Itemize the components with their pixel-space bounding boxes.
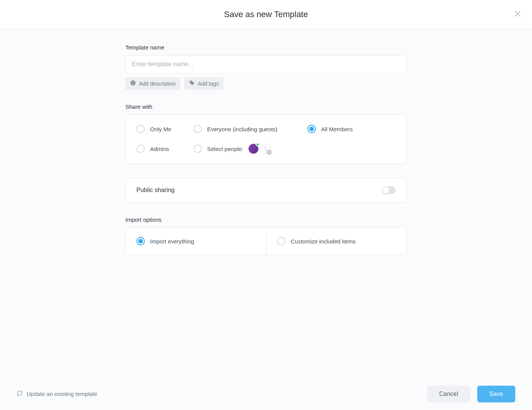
radio-label: Import everything — [150, 238, 194, 245]
close-button[interactable] — [512, 9, 523, 20]
avatar[interactable] — [249, 144, 258, 154]
radio-icon — [277, 237, 285, 245]
radio-icon — [307, 125, 316, 133]
modal-title: Save as new Template — [224, 10, 308, 19]
radio-icon — [136, 237, 145, 245]
cancel-button[interactable]: Cancel — [427, 386, 470, 402]
update-existing-template-link[interactable]: Update an existing template — [17, 390, 97, 397]
modal-body: Template name Add description Add tags S… — [0, 29, 532, 378]
save-button[interactable]: Save — [477, 386, 515, 402]
template-name-input[interactable] — [125, 55, 407, 73]
import-option-everything[interactable]: Import everything — [126, 228, 266, 254]
import-option-customize[interactable]: Customize included items — [266, 228, 406, 254]
radio-label: Select people: — [207, 146, 243, 152]
svg-rect-3 — [133, 83, 133, 84]
radio-label: Everyone (including guests) — [207, 126, 277, 132]
share-with-box: Only Me Everyone (including guests) All … — [125, 114, 407, 164]
share-with-label: Share with — [125, 103, 407, 110]
add-person-button[interactable]: + — [261, 144, 271, 154]
import-options-box: Import everything Customize included ite… — [125, 227, 407, 255]
share-option-select-people[interactable]: Select people: + — [193, 144, 307, 154]
add-description-label: Add description — [139, 81, 176, 87]
share-option-admins[interactable]: Admins — [136, 145, 193, 153]
presence-indicator — [256, 143, 260, 146]
radio-icon — [136, 145, 145, 153]
radio-label: Admins — [150, 146, 169, 152]
svg-point-4 — [133, 81, 133, 82]
radio-icon — [136, 125, 145, 133]
add-tags-label: Add tags — [198, 81, 219, 87]
share-option-all-members[interactable]: All Members — [307, 125, 396, 133]
radio-icon — [193, 145, 202, 153]
share-option-everyone[interactable]: Everyone (including guests) — [193, 125, 307, 133]
radio-label: Customize included items — [291, 238, 356, 245]
update-existing-label: Update an existing template — [27, 391, 97, 397]
toggle-knob — [383, 187, 389, 194]
public-sharing-row: Public sharing — [125, 178, 407, 203]
import-options-label: Import options — [125, 216, 407, 223]
radio-label: All Members — [321, 126, 353, 132]
plus-icon: + — [266, 149, 272, 155]
public-sharing-toggle[interactable] — [382, 186, 396, 194]
svg-point-6 — [265, 146, 266, 148]
share-option-only-me[interactable]: Only Me — [136, 125, 193, 133]
refresh-icon — [17, 390, 23, 397]
template-name-label: Template name — [125, 44, 407, 51]
add-tags-button[interactable]: Add tags — [184, 77, 223, 90]
radio-label: Only Me — [150, 126, 171, 132]
people-picker: + — [249, 144, 271, 154]
public-sharing-label: Public sharing — [136, 187, 175, 194]
close-icon — [513, 10, 522, 19]
radio-icon — [193, 125, 202, 133]
info-icon — [130, 80, 136, 87]
add-description-button[interactable]: Add description — [125, 77, 180, 90]
modal-footer: Update an existing template Cancel Save — [0, 378, 532, 410]
modal-header: Save as new Template — [0, 0, 532, 29]
tag-icon — [189, 80, 195, 87]
svg-point-5 — [190, 81, 191, 82]
